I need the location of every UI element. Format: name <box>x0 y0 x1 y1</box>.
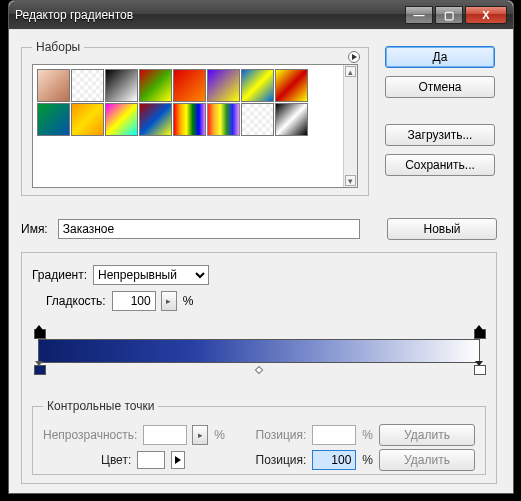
presets-legend: Наборы <box>32 40 84 54</box>
color-position-input[interactable] <box>312 450 356 470</box>
new-button[interactable]: Новый <box>387 218 497 240</box>
preset-swatch[interactable] <box>139 69 172 102</box>
gradient-editor <box>32 325 486 379</box>
opacity-stepper: ▸ <box>192 425 208 445</box>
percent-sign: % <box>362 453 373 467</box>
smoothness-label: Гладкость: <box>46 294 106 308</box>
color-stop-row: Цвет: Позиция: % Удалить <box>43 449 475 471</box>
close-button[interactable]: X <box>465 6 507 24</box>
color-stop-right[interactable] <box>474 365 484 377</box>
stops-group: Контрольные точки Непрозрачность: ▸ % По… <box>32 399 486 475</box>
button-column: Да Отмена Загрузить... Сохранить... <box>385 46 495 176</box>
percent-sign: % <box>362 428 373 442</box>
preset-swatch[interactable] <box>207 69 240 102</box>
preset-swatch[interactable] <box>139 103 172 136</box>
preset-swatch[interactable] <box>207 103 240 136</box>
dialog-content: Наборы <box>9 29 513 493</box>
scroll-down-icon[interactable]: ▾ <box>345 175 356 186</box>
name-label: Имя: <box>21 222 48 236</box>
save-button[interactable]: Сохранить... <box>385 154 495 176</box>
position-label-1: Позиция: <box>256 428 307 442</box>
stops-legend: Контрольные точки <box>43 399 158 413</box>
minimize-button[interactable]: — <box>405 6 433 24</box>
gradient-type-label: Градиент: <box>32 268 87 282</box>
preset-swatch[interactable] <box>173 69 206 102</box>
presets-menu-icon[interactable] <box>348 51 360 63</box>
window-buttons: — ▢ X <box>405 6 507 24</box>
delete-opacity-stop-button: Удалить <box>379 424 475 446</box>
preset-swatch[interactable] <box>275 69 308 102</box>
gradient-editor-window: Редактор градиентов — ▢ X Наборы <box>8 0 514 494</box>
color-label: Цвет: <box>101 453 131 467</box>
preset-swatches <box>33 65 345 140</box>
preset-swatch[interactable] <box>275 103 308 136</box>
name-input[interactable] <box>58 219 360 239</box>
preset-swatch[interactable] <box>105 103 138 136</box>
preset-swatch[interactable] <box>173 103 206 136</box>
window-title: Редактор градиентов <box>15 8 405 22</box>
color-well[interactable] <box>137 451 165 469</box>
opacity-stop-right[interactable] <box>474 325 484 337</box>
smoothness-row: Гладкость: ▸ % <box>46 291 486 311</box>
preset-swatch[interactable] <box>105 69 138 102</box>
midpoint-handle[interactable] <box>255 366 263 374</box>
gradient-group: Градиент: Непрерывный Гладкость: ▸ % <box>21 252 497 484</box>
smoothness-input[interactable] <box>112 291 156 311</box>
ok-button[interactable]: Да <box>385 46 495 68</box>
presets-group: Наборы <box>21 40 369 196</box>
opacity-stop-row: Непрозрачность: ▸ % Позиция: % Удалить <box>43 424 475 446</box>
load-button[interactable]: Загрузить... <box>385 124 495 146</box>
preset-swatch[interactable] <box>71 69 104 102</box>
scroll-up-icon[interactable]: ▴ <box>345 66 356 77</box>
color-menu-icon[interactable] <box>171 451 185 469</box>
cancel-button[interactable]: Отмена <box>385 76 495 98</box>
opacity-label: Непрозрачность: <box>43 428 137 442</box>
preset-swatch[interactable] <box>37 69 70 102</box>
percent-sign: % <box>214 428 225 442</box>
opacity-position-input <box>312 425 356 445</box>
presets-box: ▴ ▾ <box>32 64 358 188</box>
preset-swatch[interactable] <box>241 69 274 102</box>
presets-scrollbar[interactable]: ▴ ▾ <box>343 65 357 187</box>
gradient-bar[interactable] <box>38 339 480 363</box>
smoothness-stepper[interactable]: ▸ <box>161 291 177 311</box>
color-stop-left[interactable] <box>34 365 44 377</box>
maximize-button[interactable]: ▢ <box>435 6 463 24</box>
name-row: Имя: Новый <box>21 218 497 240</box>
gradient-type-row: Градиент: Непрерывный <box>32 265 486 285</box>
preset-swatch[interactable] <box>71 103 104 136</box>
opacity-stop-left[interactable] <box>34 325 44 337</box>
preset-swatch[interactable] <box>241 103 274 136</box>
titlebar[interactable]: Редактор градиентов — ▢ X <box>9 1 513 29</box>
percent-sign: % <box>183 294 194 308</box>
position-label-2: Позиция: <box>256 453 307 467</box>
preset-swatch[interactable] <box>37 103 70 136</box>
gradient-type-select[interactable]: Непрерывный <box>93 265 209 285</box>
delete-color-stop-button[interactable]: Удалить <box>379 449 475 471</box>
opacity-input <box>143 425 187 445</box>
